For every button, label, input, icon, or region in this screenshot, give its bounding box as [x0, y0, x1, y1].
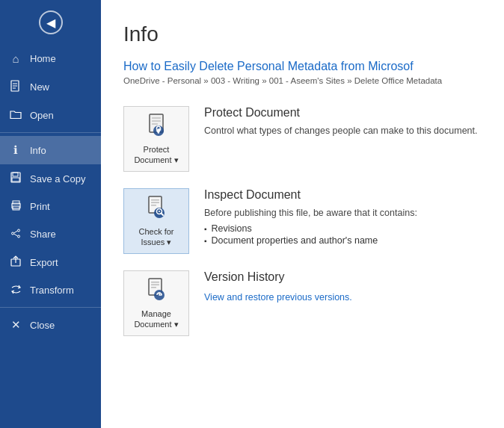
sidebar-item-home-label: Home — [30, 53, 56, 64]
svg-rect-6 — [12, 178, 19, 182]
sidebar-item-info-label: Info — [30, 145, 46, 156]
inspect-card-heading: Inspect Document — [204, 188, 482, 202]
sidebar-item-print-label: Print — [30, 201, 50, 212]
inspect-document-card: Check forIssues ▾ Inspect Document Befor… — [123, 188, 482, 254]
export-icon — [9, 255, 22, 269]
svg-rect-32 — [151, 282, 159, 283]
svg-point-30 — [159, 211, 160, 212]
home-icon: ⌂ — [9, 52, 22, 65]
protect-document-button[interactable]: ProtectDocument ▾ — [123, 106, 189, 172]
sidebar-item-transform-label: Transform — [30, 285, 74, 296]
back-icon: ◀ — [46, 16, 55, 30]
svg-point-11 — [18, 235, 20, 238]
sidebar-item-share-label: Share — [30, 229, 56, 240]
breadcrumb: OneDrive - Personal » 003 - Writing » 00… — [123, 76, 482, 85]
sidebar: ◀ ⌂ Home New — [0, 0, 101, 428]
version-icon — [145, 277, 168, 306]
svg-rect-20 — [152, 123, 158, 125]
svg-rect-26 — [151, 205, 156, 206]
sidebar-item-close[interactable]: ✕ Close — [0, 311, 101, 339]
protect-document-card: ProtectDocument ▾ Protect Document Contr… — [123, 106, 482, 172]
svg-point-10 — [18, 229, 20, 232]
version-card-content: Version History View and restore previou… — [204, 270, 482, 303]
open-icon — [9, 109, 22, 122]
sidebar-item-open-label: Open — [30, 110, 54, 121]
svg-rect-34 — [151, 287, 156, 288]
manage-document-button[interactable]: ManageDocument ▾ — [123, 270, 189, 336]
main-content: Info How to Easily Delete Personal Metad… — [101, 0, 504, 428]
manage-document-label: ManageDocument ▾ — [134, 308, 178, 330]
svg-rect-25 — [151, 202, 159, 203]
sidebar-item-close-label: Close — [30, 320, 55, 331]
sidebar-item-new-label: New — [30, 81, 49, 93]
sidebar-item-export[interactable]: Export — [0, 248, 101, 276]
check-issues-label: Check forIssues ▾ — [138, 226, 173, 248]
inspect-list-item-1: Revisions — [204, 223, 482, 235]
sidebar-item-save-copy[interactable]: Save a Copy — [0, 164, 101, 193]
sidebar-item-save-copy-label: Save a Copy — [30, 173, 85, 184]
inspect-card-desc: Before publishing this file, be aware th… — [204, 208, 482, 218]
close-icon: ✕ — [9, 318, 22, 332]
svg-rect-24 — [151, 199, 159, 201]
svg-rect-19 — [152, 120, 161, 122]
back-button[interactable]: ◀ — [39, 10, 63, 34]
sidebar-top: ◀ — [0, 0, 101, 45]
sidebar-divider-2 — [0, 307, 101, 308]
check-issues-button[interactable]: Check forIssues ▾ — [123, 188, 189, 254]
sidebar-nav: ⌂ Home New Open — [0, 45, 101, 428]
inspect-list-item-2: Document properties and author's name — [204, 235, 482, 246]
sidebar-item-new[interactable]: New — [0, 72, 101, 102]
save-copy-icon — [9, 172, 22, 185]
protect-card-heading: Protect Document — [204, 106, 482, 120]
sidebar-divider-1 — [0, 132, 101, 133]
svg-rect-33 — [151, 284, 159, 285]
sidebar-item-transform[interactable]: Transform — [0, 276, 101, 304]
share-icon — [9, 228, 22, 241]
inspect-card-list: Revisions Document properties and author… — [204, 223, 482, 246]
sidebar-item-info[interactable]: ℹ Info — [0, 136, 101, 164]
svg-rect-9 — [13, 206, 19, 210]
svg-point-12 — [12, 232, 14, 235]
info-icon: ℹ — [9, 143, 22, 157]
protect-icon — [145, 113, 168, 141]
transform-icon — [9, 284, 22, 297]
inspect-card-content: Inspect Document Before publishing this … — [204, 188, 482, 246]
inspect-icon — [145, 195, 168, 223]
doc-title: How to Easily Delete Personal Metadata f… — [123, 60, 482, 73]
sidebar-item-share[interactable]: Share — [0, 220, 101, 248]
protect-button-label: ProtectDocument ▾ — [134, 144, 178, 166]
version-history-card: ManageDocument ▾ Version History View an… — [123, 270, 482, 336]
protect-card-content: Protect Document Control what types of c… — [204, 106, 482, 140]
sidebar-item-open[interactable]: Open — [0, 102, 101, 129]
sidebar-item-print[interactable]: Print — [0, 193, 101, 220]
new-icon — [9, 80, 22, 94]
protect-card-desc: Control what types of changes people can… — [204, 125, 482, 136]
print-icon — [9, 200, 22, 213]
svg-rect-5 — [13, 173, 18, 176]
page-title: Info — [123, 22, 482, 46]
svg-line-14 — [14, 234, 18, 236]
version-history-link[interactable]: View and restore previous versions. — [204, 292, 352, 303]
sidebar-item-home[interactable]: ⌂ Home — [0, 45, 101, 72]
sidebar-item-export-label: Export — [30, 257, 58, 268]
svg-line-13 — [14, 231, 18, 233]
version-card-heading: Version History — [204, 270, 482, 284]
svg-rect-18 — [152, 117, 161, 119]
